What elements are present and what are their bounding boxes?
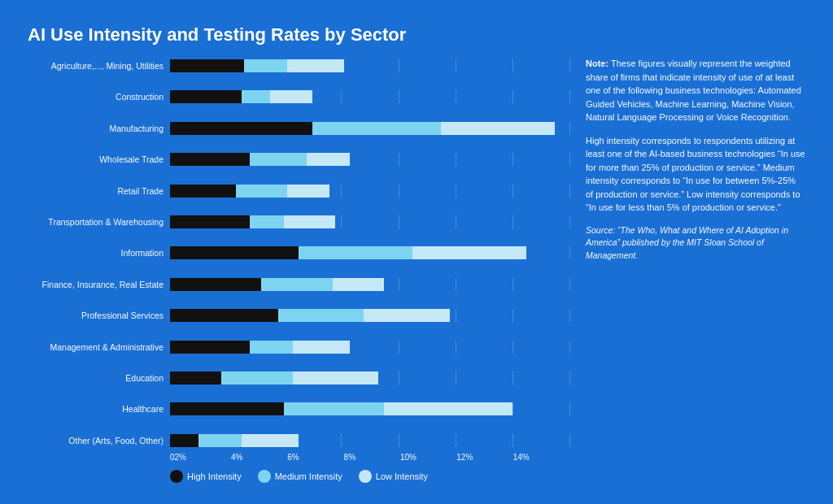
high-segment (170, 402, 284, 415)
bars-section: Agriculture,..., Mining, UtilitiesConstr… (28, 57, 569, 450)
sector-label: Retail Trade (28, 186, 170, 196)
bar-track (170, 90, 569, 103)
high-segment (170, 434, 198, 447)
low-segment (270, 90, 313, 103)
x-tick: 8% (344, 453, 400, 462)
chart-title: AI Use Intensity and Testing Rates by Se… (28, 24, 805, 46)
bar-row: Healthcare (28, 400, 569, 418)
bar-track (170, 371, 569, 385)
x-tick: 4% (231, 453, 287, 462)
sector-label: Professional Services (28, 311, 170, 320)
high-segment (170, 59, 244, 72)
bar-track (170, 122, 569, 135)
low-intensity-dot (359, 470, 372, 483)
bar-row: Finance, Insurance, Real Estate (28, 276, 569, 293)
bar-row: Agriculture,..., Mining, Utilities (28, 57, 569, 75)
x-tick: 12% (456, 453, 512, 462)
source-paragraph: Source: “The Who, What and Where of AI A… (586, 224, 805, 263)
x-tick: 10% (400, 453, 456, 462)
note-body: These figures visually represent the wei… (586, 59, 801, 122)
med-segment (278, 309, 364, 322)
sector-label: Wholesale Trade (28, 154, 170, 164)
low-segment (287, 185, 330, 198)
note-label: Note: (586, 59, 608, 68)
bar-track (170, 246, 569, 259)
high-segment (170, 90, 242, 103)
high-segment (170, 309, 278, 322)
high-segment (170, 153, 250, 166)
med-segment (198, 434, 242, 447)
x-axis: 02%4%6%8%10%12%14% (170, 453, 569, 462)
card: AI Use Intensity and Testing Rates by Se… (8, 8, 825, 496)
bar-row: Manufacturing (28, 119, 569, 137)
med-segment (284, 402, 384, 415)
low-segment (287, 59, 344, 72)
high-segment (170, 371, 221, 385)
sector-label: Construction (28, 92, 170, 102)
high-segment (170, 341, 250, 354)
med-segment (299, 246, 412, 259)
low-segment (412, 246, 526, 259)
bar-track (170, 59, 569, 72)
high-segment (170, 246, 299, 259)
med-segment (242, 90, 270, 103)
low-intensity-label: Low Intensity (376, 471, 428, 481)
bar-row: Other (Arts, Food, Other) (28, 432, 569, 450)
low-segment (293, 341, 350, 354)
legend-low: Low Intensity (359, 470, 428, 483)
bar-track (170, 309, 569, 322)
sector-label: Finance, Insurance, Real Estate (28, 280, 170, 289)
low-segment (284, 215, 335, 228)
bar-row: Transportation & Warehousing (28, 213, 569, 231)
high-segment (170, 278, 261, 291)
x-tick: 6% (287, 453, 343, 462)
high-segment (170, 122, 312, 135)
bar-row: Wholesale Trade (28, 150, 569, 168)
bar-row: Professional Services (28, 306, 569, 324)
sector-label: Education (28, 373, 170, 383)
low-segment (307, 153, 350, 166)
bar-track (170, 434, 569, 447)
low-segment (441, 122, 555, 135)
legend-high: High Intensity (170, 470, 242, 483)
low-segment (364, 309, 449, 322)
sector-label: Transportation & Warehousing (28, 217, 170, 227)
sector-label: Healthcare (28, 404, 170, 414)
med-segment (236, 185, 287, 198)
med-segment (221, 371, 293, 385)
high-segment (170, 185, 236, 198)
bar-row: Education (28, 369, 569, 387)
bar-row: Retail Trade (28, 182, 569, 200)
high-intensity-label: High Intensity (187, 471, 242, 481)
med-intensity-label: Medium Intensity (275, 471, 342, 481)
med-intensity-dot (258, 470, 271, 483)
sector-label: Other (Arts, Food, Other) (28, 436, 170, 445)
content-area: Agriculture,..., Mining, UtilitiesConstr… (28, 57, 805, 483)
med-segment (312, 122, 441, 135)
bar-row: Information (28, 244, 569, 262)
sector-label: Management & Administrative (28, 342, 170, 352)
note-paragraph: Note: These figures visually represent t… (586, 57, 805, 124)
low-segment (242, 434, 299, 447)
med-segment (261, 278, 333, 291)
right-panel: Note: These figures visually represent t… (586, 57, 805, 483)
bar-track (170, 215, 569, 228)
sector-label: Manufacturing (28, 124, 170, 133)
bar-track (170, 341, 569, 354)
low-segment (333, 278, 384, 291)
intensity-paragraph: High intensity corresponds to respondent… (586, 134, 805, 215)
bar-track (170, 185, 569, 198)
low-segment (384, 402, 512, 415)
sector-label: Information (28, 248, 170, 258)
bar-track (170, 278, 569, 291)
med-segment (250, 153, 307, 166)
med-segment (250, 341, 293, 354)
med-segment (250, 215, 284, 228)
high-intensity-dot (170, 470, 183, 483)
chart-area: Agriculture,..., Mining, UtilitiesConstr… (28, 57, 569, 483)
legend-med: Medium Intensity (258, 470, 342, 483)
sector-label: Agriculture,..., Mining, Utilities (28, 61, 170, 71)
low-segment (293, 371, 378, 385)
bar-row: Construction (28, 88, 569, 106)
legend: High Intensity Medium Intensity Low Inte… (170, 470, 569, 483)
